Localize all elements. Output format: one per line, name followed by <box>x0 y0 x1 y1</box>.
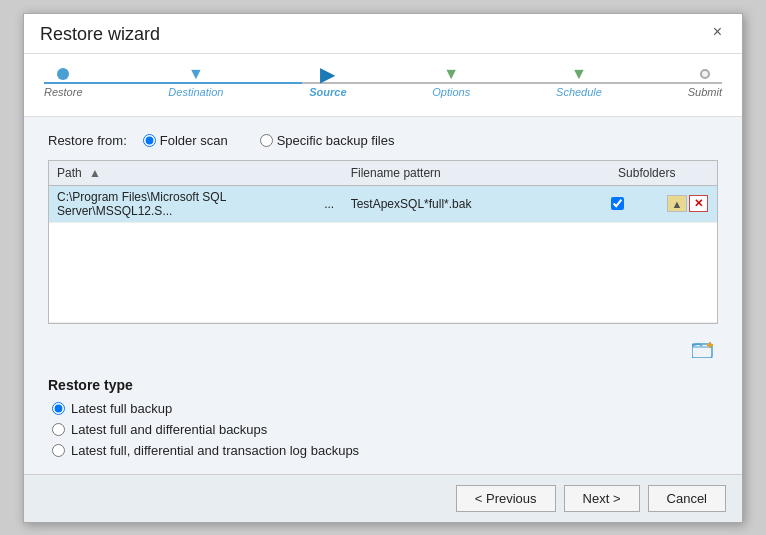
table-body: C:\Program Files\Microsoft SQL Server\MS… <box>49 185 717 322</box>
step-restore-label: Restore <box>44 86 83 98</box>
restore-type-radio-full[interactable] <box>52 402 65 415</box>
step-schedule-label: Schedule <box>556 86 602 98</box>
step-submit-dot <box>700 69 710 79</box>
steps-track: Restore ▼ Destination ▶ Source ▼ <box>44 64 722 102</box>
files-table-wrapper: Path ▲ Filename pattern Subfolders <box>48 160 718 324</box>
restore-from-label: Restore from: <box>48 133 127 148</box>
restore-option-full-diff-log-label: Latest full, differential and transactio… <box>71 443 359 458</box>
step-schedule-icon: ▼ <box>571 65 587 83</box>
restore-type-radio-full-diff-log[interactable] <box>52 444 65 457</box>
restore-option-full-diff[interactable]: Latest full and differential backups <box>52 422 718 437</box>
specific-backup-option[interactable]: Specific backup files <box>260 133 395 148</box>
restore-from-section: Restore from: Folder scan Specific backu… <box>48 133 718 148</box>
cell-filename-pattern: TestApexSQL*full*.bak <box>343 185 577 222</box>
cell-ellipsis[interactable]: ... <box>316 185 343 222</box>
step-schedule: ▼ Schedule <box>556 64 602 98</box>
step-restore: Restore <box>44 64 83 98</box>
step-destination-icon: ▼ <box>188 65 204 83</box>
restore-type-radio-full-diff[interactable] <box>52 423 65 436</box>
specific-backup-label: Specific backup files <box>277 133 395 148</box>
folder-scan-radio[interactable] <box>143 134 156 147</box>
add-row-button[interactable] <box>688 336 718 365</box>
restore-wizard-dialog: Restore wizard × Restore ▼ Destination <box>23 13 743 523</box>
col-pattern-header: Filename pattern <box>343 161 577 186</box>
step-submit-label: Submit <box>688 86 722 98</box>
wizard-steps: Restore ▼ Destination ▶ Source ▼ <box>24 54 742 117</box>
restore-option-full-diff-label: Latest full and differential backups <box>71 422 267 437</box>
restore-type-section: Restore type Latest full backup Latest f… <box>48 377 718 458</box>
step-options-label: Options <box>432 86 470 98</box>
close-button[interactable]: × <box>709 24 726 40</box>
col-subfolders-header: Subfolders <box>576 161 717 186</box>
col-path-header[interactable]: Path ▲ <box>49 161 316 186</box>
add-row-wrapper <box>48 336 718 365</box>
delete-row-button[interactable]: ✕ <box>689 195 708 212</box>
step-destination: ▼ Destination <box>168 64 223 98</box>
cell-subfolders[interactable] <box>576 185 658 222</box>
path-sort-arrow: ▲ <box>89 166 101 180</box>
step-options: ▼ Options <box>432 64 470 98</box>
step-destination-label: Destination <box>168 86 223 98</box>
step-submit: Submit <box>688 64 722 98</box>
cell-path: C:\Program Files\Microsoft SQL Server\MS… <box>49 185 316 222</box>
restore-option-full-diff-log[interactable]: Latest full, differential and transactio… <box>52 443 718 458</box>
restore-type-options: Latest full backup Latest full and diffe… <box>48 401 718 458</box>
folder-scan-option[interactable]: Folder scan <box>143 133 228 148</box>
main-content: Restore from: Folder scan Specific backu… <box>24 117 742 474</box>
restore-type-title: Restore type <box>48 377 718 393</box>
restore-option-latest-full[interactable]: Latest full backup <box>52 401 718 416</box>
empty-row <box>49 222 717 322</box>
table-row[interactable]: C:\Program Files\Microsoft SQL Server\MS… <box>49 185 717 222</box>
dialog-footer: < Previous Next > Cancel <box>24 474 742 522</box>
cell-actions: ▲ ✕ <box>658 185 717 222</box>
step-source-label: Source <box>309 86 346 98</box>
restore-option-full-label: Latest full backup <box>71 401 172 416</box>
step-restore-dot <box>57 68 69 80</box>
folder-scan-label: Folder scan <box>160 133 228 148</box>
step-options-icon: ▼ <box>443 65 459 83</box>
cancel-button[interactable]: Cancel <box>648 485 726 512</box>
title-bar: Restore wizard × <box>24 14 742 54</box>
files-table: Path ▲ Filename pattern Subfolders <box>49 161 717 323</box>
step-source-icon: ▶ <box>320 62 335 86</box>
add-folder-icon <box>692 340 714 358</box>
table-header-row: Path ▲ Filename pattern Subfolders <box>49 161 717 186</box>
move-up-button[interactable]: ▲ <box>667 195 688 212</box>
next-button[interactable]: Next > <box>564 485 640 512</box>
dialog-title: Restore wizard <box>40 24 160 45</box>
specific-backup-radio[interactable] <box>260 134 273 147</box>
subfolders-checkbox[interactable] <box>611 197 624 210</box>
restore-from-radio-group: Folder scan Specific backup files <box>143 133 411 148</box>
previous-button[interactable]: < Previous <box>456 485 556 512</box>
step-source: ▶ Source <box>309 64 346 98</box>
col-ellipsis-header <box>316 161 343 186</box>
